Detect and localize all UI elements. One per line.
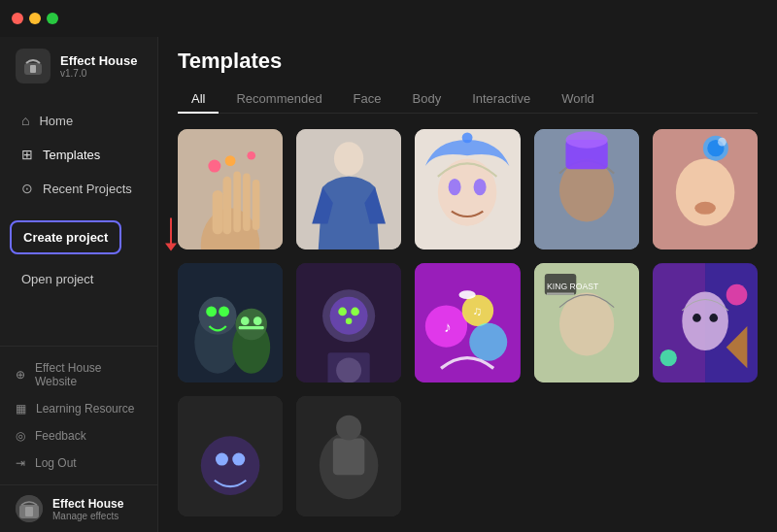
template-thumb-cloth-try-on [296,129,401,249]
sidebar-item-templates-label: Templates [43,148,100,162]
main-header: Templates All Recommended Face Body Inte… [158,37,777,114]
sidebar-item-home-label: Home [39,114,73,128]
tab-recommended[interactable]: Recommended [222,85,335,114]
svg-point-21 [449,179,461,195]
svg-rect-6 [25,507,33,516]
template-thumb-music-band: ♪ ♫ [415,263,520,383]
sidebar-bottom-logout[interactable]: ⇥ Log Out [0,449,157,477]
templates-grid: Hand Gesture Intermediate Cloth Try On B… [158,114,777,532]
traffic-lights [12,13,58,24]
svg-point-41 [206,306,217,316]
recent-icon: ⊙ [21,181,33,196]
tab-face[interactable]: Face [340,85,395,114]
template-card-segmentation[interactable]: Segmentation Beginner [653,263,758,383]
template-thumb-3d-face-mask [415,129,520,249]
template-thumb-segmentation [653,263,758,383]
create-project-button[interactable]: Create project [10,220,121,254]
sidebar-bottom-website[interactable]: ⊕ Effect House Website [0,354,157,395]
template-card-music-band[interactable]: ♪ ♫ Music Band Intermediate [415,263,520,383]
template-card-character-drive[interactable]: Character Drive Beginner [178,263,283,383]
sidebar-nav: ⌂ Home ⊞ Templates ⊙ Recent Projects Cre… [0,99,157,346]
svg-rect-85 [333,439,364,476]
tab-body[interactable]: Body [399,85,456,114]
feedback-icon: ◎ [16,429,25,443]
svg-rect-12 [253,180,260,230]
svg-point-37 [694,202,716,215]
template-card-face-morph[interactable]: Face Morph Intermediate [653,129,758,249]
svg-point-75 [693,314,701,322]
sidebar-item-templates[interactable]: ⊞ Templates [6,138,152,171]
svg-rect-47 [239,326,264,329]
svg-marker-3 [165,243,177,250]
profile-name: Effect House [52,497,123,511]
tab-world[interactable]: World [548,85,608,114]
maximize-button[interactable] [47,13,58,24]
svg-rect-68 [547,292,574,294]
tabs: All Recommended Face Body Interactive Wo… [178,85,758,114]
svg-point-76 [709,314,718,322]
svg-text:KING ROAST: KING ROAST [547,282,599,291]
svg-point-22 [474,179,487,195]
template-thumb-head-tracker [534,129,639,249]
template-thumb-face-inset [296,263,401,383]
svg-point-40 [199,296,237,334]
svg-rect-9 [223,177,232,235]
sidebar-item-home[interactable]: ⌂ Home [6,104,152,137]
svg-point-15 [225,155,236,166]
template-card-face-inset[interactable]: Face Inset Beginner [296,263,401,383]
svg-point-34 [718,138,726,147]
svg-point-27 [565,131,607,148]
sidebar-item-recent[interactable]: ⊙ Recent Projects [6,172,152,205]
template-card-3d-face-mask[interactable]: 3D Face Mask Intermediate [415,129,520,249]
template-thumb-bottom2 [296,396,401,516]
template-card-head-tracker[interactable]: Head Tracker Beginner [534,129,639,249]
template-thumb-character-drive [178,263,283,383]
logo-text: Effect House v1.7.0 [60,53,137,80]
template-card-bottom1[interactable] [178,396,283,516]
titlebar [0,0,777,37]
svg-rect-13 [213,190,223,234]
svg-point-52 [351,307,359,316]
template-card-hand-gesture[interactable]: Hand Gesture Intermediate [178,129,283,249]
svg-point-45 [241,316,250,325]
svg-point-81 [216,453,228,466]
svg-point-55 [336,357,361,382]
tab-interactive[interactable]: Interactive [458,85,544,114]
svg-point-53 [346,317,352,323]
home-icon: ⌂ [21,113,29,128]
open-project-button[interactable]: Open project [10,264,105,294]
template-card-bottom2[interactable] [296,396,401,516]
tab-all[interactable]: All [178,85,219,114]
svg-point-77 [726,283,748,305]
sidebar-bottom: ⊕ Effect House Website ▦ Learning Resour… [0,346,157,484]
svg-point-65 [559,292,614,355]
template-card-randomizer-2d[interactable]: KING ROAST Randomizer 2D Intermediate [534,263,639,383]
svg-point-23 [462,132,473,143]
template-thumb-bottom1 [178,396,283,516]
svg-point-74 [682,291,728,350]
sidebar: Effect House v1.7.0 ⌂ Home ⊞ Templates ⊙… [0,0,158,532]
svg-point-14 [208,160,220,173]
sidebar-bottom-feedback[interactable]: ◎ Feedback [0,422,157,449]
avatar [16,495,43,522]
svg-point-16 [247,151,255,160]
sidebar-profile[interactable]: Effect House Manage effects [0,484,157,532]
close-button[interactable] [12,13,23,24]
svg-text:♪: ♪ [445,317,453,334]
svg-point-46 [253,316,262,325]
svg-rect-1 [30,65,36,73]
logout-icon: ⇥ [16,456,25,470]
svg-point-50 [330,296,368,334]
sidebar-bottom-learning[interactable]: ▦ Learning Resource [0,395,157,422]
svg-rect-10 [233,171,241,232]
main-content: Templates All Recommended Face Body Inte… [158,0,777,532]
svg-point-18 [334,142,363,176]
svg-point-86 [336,416,361,441]
minimize-button[interactable] [29,13,41,24]
svg-point-44 [236,308,267,339]
template-thumb-randomizer-2d: KING ROAST [534,263,639,383]
sidebar-item-recent-label: Recent Projects [43,182,132,196]
template-card-cloth-try-on[interactable]: Cloth Try On Beginner [296,129,401,249]
sidebar-logo: Effect House v1.7.0 [0,37,157,99]
website-icon: ⊕ [16,368,25,382]
